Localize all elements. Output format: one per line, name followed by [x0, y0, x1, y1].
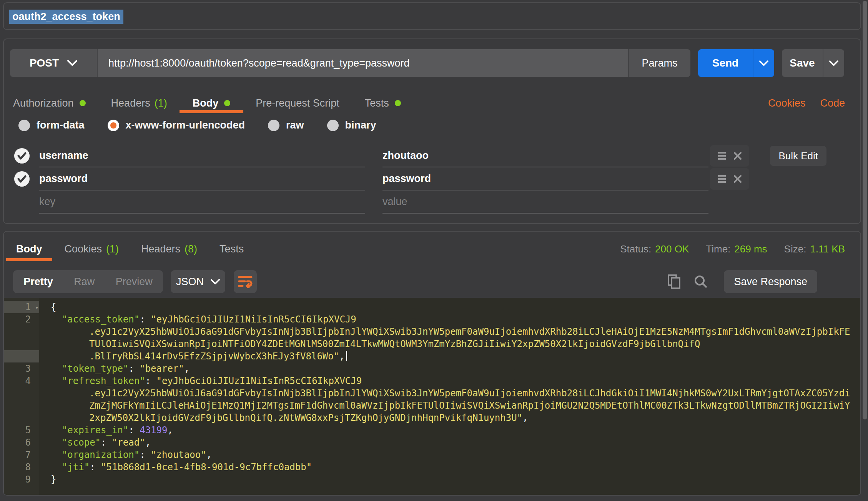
- url-input[interactable]: [98, 49, 628, 77]
- code-line: 7 "organization": "zhoutaoo",: [4, 449, 860, 461]
- green-dot-icon: [224, 100, 230, 106]
- response-panel: Body Cookies (1) Headers (8) Tests Statu…: [3, 231, 861, 496]
- corner-links: Cookies Code: [768, 97, 845, 109]
- code-line: 4 "refresh_token": "eyJhbGciOiJIUzI1NiIs…: [4, 375, 860, 387]
- tab-tests[interactable]: Tests: [365, 92, 401, 114]
- value-field[interactable]: zhoutaoo: [382, 144, 708, 167]
- response-tabs: Body Cookies (1) Headers (8) Tests Statu…: [16, 238, 845, 260]
- code-line-wrap: .eyJ1c2VyX25hbWUiOiJ6aG91dGFvbyIsInNjb3B…: [4, 326, 860, 338]
- mode-form-data[interactable]: form-data: [18, 119, 85, 131]
- green-dot-icon: [395, 100, 401, 106]
- row-actions: [710, 168, 749, 190]
- save-dropdown-button[interactable]: [823, 49, 844, 77]
- code-line: 9}: [4, 473, 860, 486]
- method-label: POST: [30, 57, 59, 69]
- save-label: Save: [782, 49, 823, 77]
- mode-x-www-form-urlencoded[interactable]: x-www-form-urlencoded: [108, 119, 245, 131]
- response-tab-tests[interactable]: Tests: [219, 238, 244, 260]
- send-dropdown-button[interactable]: [753, 49, 774, 77]
- key-field[interactable]: key: [39, 190, 365, 214]
- cookies-link[interactable]: Cookies: [768, 97, 806, 109]
- view-raw[interactable]: Raw: [74, 276, 95, 288]
- view-pretty[interactable]: Pretty: [23, 276, 53, 288]
- language-select[interactable]: JSON: [171, 270, 225, 293]
- code-line: 2 "access_token": "eyJhbGciOiJIUzI1NiIsI…: [4, 313, 860, 326]
- bulk-edit-button[interactable]: Bulk Edit: [770, 146, 826, 166]
- scrollbar-thumb[interactable]: [863, 1, 867, 419]
- cookies-count-badge: (1): [106, 243, 119, 255]
- mode-binary[interactable]: binary: [327, 119, 376, 131]
- time-badge: Time: 269 ms: [706, 243, 767, 255]
- response-meta: Status: 200 OK Time: 269 ms Size: 1.11 K…: [620, 243, 845, 255]
- radio-icon: [268, 120, 279, 131]
- view-preview[interactable]: Preview: [116, 276, 153, 288]
- code-lines: 1▾{2 "access_token": "eyJhbGciOiJIUzI1Ni…: [4, 301, 860, 486]
- wrap-lines-button[interactable]: [234, 270, 257, 293]
- save-button[interactable]: Save: [782, 49, 844, 77]
- response-toolbar: Pretty Raw Preview JSON: [10, 270, 854, 293]
- send-button[interactable]: Send: [698, 49, 774, 77]
- form-row-password: password password: [4, 167, 860, 190]
- key-field[interactable]: password: [39, 167, 365, 190]
- drag-handle-icon[interactable]: [717, 152, 727, 160]
- response-tab-body[interactable]: Body: [16, 238, 42, 260]
- code-link[interactable]: Code: [820, 97, 845, 109]
- response-tools: Save Response: [668, 270, 817, 293]
- status-badge: Status: 200 OK: [620, 243, 689, 255]
- text-cursor: [346, 351, 347, 361]
- row-checkbox[interactable]: [14, 148, 30, 164]
- code-line: 6 "scope": "read",: [4, 436, 860, 449]
- headers-count-badge: (1): [155, 97, 167, 109]
- radio-icon: [327, 120, 339, 131]
- chevron-down-icon: [759, 60, 768, 66]
- params-button[interactable]: Params: [628, 49, 690, 77]
- delete-row-icon[interactable]: [733, 152, 742, 160]
- code-line-wrap: .BlIryRbSL414rDv5EfzZSjpjvWybcX3hEJy3fV8…: [4, 350, 860, 362]
- copy-icon[interactable]: [668, 274, 681, 289]
- form-row-username: username zhoutaoo: [4, 144, 860, 167]
- mode-raw[interactable]: raw: [268, 119, 304, 131]
- url-bar: POST Params: [10, 49, 690, 77]
- request-builder-panel: POST Params Send Save Authorization Head…: [3, 38, 861, 224]
- check-icon: [17, 152, 27, 160]
- code-line: 8 "jti": "51b868d1-0ce1-4fb8-901d-9c7bff…: [4, 461, 860, 473]
- headers-count-badge: (8): [185, 243, 197, 255]
- row-checkbox[interactable]: [14, 171, 30, 187]
- view-mode-group: Pretty Raw Preview: [13, 270, 163, 293]
- response-tab-headers[interactable]: Headers (8): [141, 238, 197, 260]
- tab-pre-request-script[interactable]: Pre-request Script: [256, 92, 339, 114]
- save-response-button[interactable]: Save Response: [724, 270, 817, 293]
- tab-body[interactable]: Body: [193, 92, 231, 114]
- code-line-wrap: ZmZjMGFkYmIiLCJleHAiOjE1MzQ1MjI2MTgsImF1…: [4, 399, 860, 412]
- delete-row-icon[interactable]: [733, 175, 742, 183]
- radio-icon: [18, 120, 30, 131]
- request-title-panel: oauth2_access_token: [3, 2, 861, 30]
- code-line-wrap: .eyJ1c2VyX25hbWUiOiJ6aG91dGFvbyIsInNjb3B…: [4, 387, 860, 399]
- code-line-wrap: 2xpZW50X2lkIjoidGVzdF9jbGllbnQifQ.zNtWWG…: [4, 412, 860, 424]
- request-name[interactable]: oauth2_access_token: [9, 10, 123, 24]
- search-icon[interactable]: [694, 275, 708, 289]
- tab-authorization[interactable]: Authorization: [13, 92, 86, 114]
- fold-toggle-icon[interactable]: ▾: [35, 301, 39, 314]
- response-tab-cookies[interactable]: Cookies (1): [65, 238, 119, 260]
- method-select[interactable]: POST: [10, 49, 98, 77]
- key-field[interactable]: username: [39, 144, 365, 167]
- value-field[interactable]: password: [382, 167, 708, 190]
- drag-handle-icon[interactable]: [717, 175, 727, 183]
- chevron-down-icon: [211, 279, 220, 285]
- send-label: Send: [698, 49, 753, 77]
- green-dot-icon: [80, 100, 86, 106]
- tab-headers[interactable]: Headers (1): [111, 92, 167, 114]
- code-line-wrap: TUlOIiwiSVQiXSwianRpIjoiNTFiODY4ZDEtMGNl…: [4, 338, 860, 350]
- check-icon: [17, 175, 27, 183]
- row-actions: [710, 145, 749, 167]
- chevron-down-icon: [67, 60, 77, 66]
- chevron-down-icon: [829, 60, 838, 66]
- value-field[interactable]: value: [382, 190, 708, 214]
- request-tabs: Authorization Headers (1) Body Pre-reque…: [13, 92, 845, 114]
- response-body-code[interactable]: 1▾{2 "access_token": "eyJhbGciOiJIUzI1Ni…: [4, 298, 860, 495]
- code-line: 5 "expires_in": 43199,: [4, 424, 860, 436]
- code-line: 1▾{: [4, 301, 860, 313]
- radio-selected-icon: [108, 120, 119, 131]
- size-badge: Size: 1.11 KB: [784, 243, 845, 255]
